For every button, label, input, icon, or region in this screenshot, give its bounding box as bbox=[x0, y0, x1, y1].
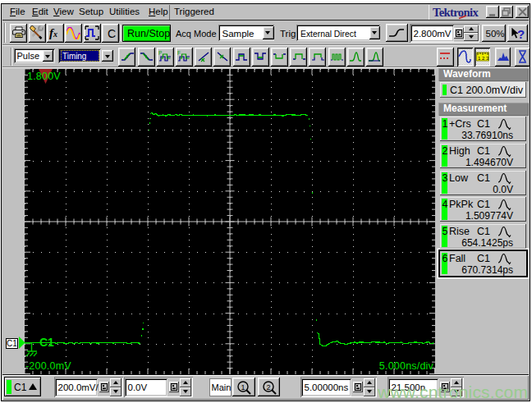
svg-text:1: 1 bbox=[241, 382, 245, 391]
svg-text:?: ? bbox=[517, 26, 525, 40]
svg-text:1 2 3: 1 2 3 bbox=[478, 56, 489, 61]
svg-text:2: 2 bbox=[266, 382, 270, 391]
svg-text:F: F bbox=[177, 50, 181, 56]
svg-text:P: P bbox=[158, 50, 162, 56]
